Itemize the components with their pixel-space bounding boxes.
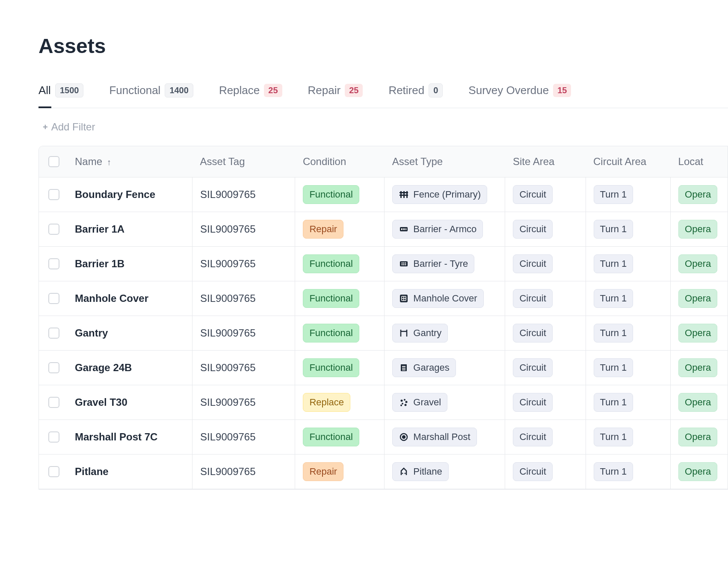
asset-type-chip[interactable]: Fence (Primary) <box>392 185 487 204</box>
location-chip[interactable]: Opera <box>678 220 717 239</box>
circuit-area-chip[interactable]: Turn 1 <box>594 393 633 412</box>
site-area-chip[interactable]: Circuit <box>513 289 552 308</box>
condition-badge: Replace <box>303 393 350 412</box>
row-checkbox[interactable] <box>48 189 59 200</box>
gantry-icon <box>399 328 409 338</box>
site-area-header[interactable]: Site Area <box>505 146 586 177</box>
asset-type-chip[interactable]: Gravel <box>392 393 447 412</box>
asset-type-label: Barrier - Tyre <box>413 258 468 269</box>
location-chip[interactable]: Opera <box>678 393 717 412</box>
plus-icon: + <box>43 122 48 132</box>
site-area-chip[interactable]: Circuit <box>513 358 552 377</box>
row-asset-tag: SIL9009765 <box>192 247 295 281</box>
tab-label: Repair <box>308 84 341 97</box>
site-area-chip[interactable]: Circuit <box>513 324 552 343</box>
tab-functional[interactable]: Functional1400 <box>109 83 193 108</box>
location-chip[interactable]: Opera <box>678 358 717 377</box>
tab-retired[interactable]: Retired0 <box>388 83 443 108</box>
select-all-header <box>39 146 67 177</box>
svg-point-15 <box>405 264 406 266</box>
circuit-area-chip[interactable]: Turn 1 <box>594 358 633 377</box>
row-checkbox[interactable] <box>48 466 59 477</box>
site-area-chip[interactable]: Circuit <box>513 254 552 273</box>
site-area-chip[interactable]: Circuit <box>513 462 552 481</box>
location-chip[interactable]: Opera <box>678 185 717 204</box>
site-area-chip[interactable]: Circuit <box>513 428 552 446</box>
tab-label: All <box>38 84 51 97</box>
circuit-area-chip[interactable]: Turn 1 <box>594 220 633 239</box>
circuit-area-chip[interactable]: Turn 1 <box>594 289 633 308</box>
asset-type-chip[interactable]: Barrier - Armco <box>392 220 483 239</box>
tab-all[interactable]: All1500 <box>38 83 83 108</box>
asset-type-label: Gantry <box>413 328 441 339</box>
tab-replace[interactable]: Replace25 <box>219 84 282 107</box>
circuit-area-chip[interactable]: Turn 1 <box>594 428 633 446</box>
location-chip[interactable]: Opera <box>678 462 717 481</box>
svg-point-10 <box>402 263 403 264</box>
table-row[interactable]: Barrier 1ASIL9009765RepairBarrier - Armc… <box>39 212 728 247</box>
asset-type-header[interactable]: Asset Type <box>385 146 505 177</box>
tab-survey-overdue[interactable]: Survey Overdue15 <box>468 84 571 107</box>
table-row[interactable]: Barrier 1BSIL9009765FunctionalBarrier - … <box>39 247 728 281</box>
asset-tag-header[interactable]: Asset Tag <box>192 146 295 177</box>
row-name: Pitlane <box>67 455 192 489</box>
condition-badge: Repair <box>303 462 343 481</box>
table-row[interactable]: Manhole CoverSIL9009765FunctionalManhole… <box>39 281 728 316</box>
site-area-chip[interactable]: Circuit <box>513 185 552 204</box>
circuit-area-chip[interactable]: Turn 1 <box>594 185 633 204</box>
table-row[interactable]: Gravel T30SIL9009765ReplaceGravelCircuit… <box>39 385 728 420</box>
name-header[interactable]: Name ↑ <box>67 146 192 177</box>
svg-point-14 <box>403 264 405 266</box>
asset-type-label: Garages <box>413 362 449 373</box>
add-filter-button[interactable]: + Add Filter <box>43 121 95 133</box>
circuit-area-header[interactable]: Circuit Area <box>586 146 671 177</box>
svg-rect-8 <box>405 228 406 230</box>
site-area-chip[interactable]: Circuit <box>513 220 552 239</box>
asset-type-chip[interactable]: Pitlane <box>392 462 448 481</box>
svg-point-33 <box>402 403 403 405</box>
svg-point-11 <box>403 263 405 264</box>
circuit-area-chip[interactable]: Turn 1 <box>594 462 633 481</box>
row-checkbox[interactable] <box>48 397 59 408</box>
add-filter-label: Add Filter <box>51 121 95 133</box>
row-checkbox[interactable] <box>48 328 59 339</box>
tab-count: 15 <box>553 84 571 97</box>
row-checkbox[interactable] <box>48 224 59 235</box>
row-checkbox[interactable] <box>48 362 59 373</box>
row-name: Boundary Fence <box>67 177 192 212</box>
location-chip[interactable]: Opera <box>678 428 717 446</box>
table-row[interactable]: Garage 24BSIL9009765FunctionalGaragesCir… <box>39 351 728 385</box>
location-chip[interactable]: Opera <box>678 324 717 343</box>
tab-repair[interactable]: Repair25 <box>308 84 363 107</box>
tab-label: Retired <box>388 84 424 97</box>
page-title: Assets <box>38 34 728 58</box>
condition-header[interactable]: Condition <box>295 146 385 177</box>
location-chip[interactable]: Opera <box>678 289 717 308</box>
name-header-label: Name <box>75 156 102 167</box>
condition-badge: Functional <box>303 289 359 308</box>
circuit-area-chip[interactable]: Turn 1 <box>594 254 633 273</box>
location-header[interactable]: Locat <box>671 146 728 177</box>
svg-point-32 <box>405 401 408 403</box>
table-row[interactable]: Marshall Post 7CSIL9009765FunctionalMars… <box>39 420 728 455</box>
assets-table: Name ↑ Asset Tag Condition Asset Type Si… <box>39 146 728 489</box>
select-all-checkbox[interactable] <box>48 156 59 167</box>
location-chip[interactable]: Opera <box>678 254 717 273</box>
site-area-chip[interactable]: Circuit <box>513 393 552 412</box>
asset-type-chip[interactable]: Gantry <box>392 324 448 343</box>
row-checkbox[interactable] <box>48 258 59 269</box>
row-checkbox[interactable] <box>48 431 59 443</box>
svg-point-31 <box>404 399 405 401</box>
asset-type-chip[interactable]: Barrier - Tyre <box>392 254 474 273</box>
asset-type-chip[interactable]: Marshall Post <box>392 428 476 446</box>
table-row[interactable]: Boundary FenceSIL9009765FunctionalFence … <box>39 177 728 212</box>
row-checkbox[interactable] <box>48 293 59 304</box>
svg-rect-6 <box>401 228 402 230</box>
asset-type-chip[interactable]: Garages <box>392 358 456 377</box>
sort-asc-icon: ↑ <box>107 157 111 167</box>
asset-type-chip[interactable]: Manhole Cover <box>392 289 483 308</box>
circuit-area-chip[interactable]: Turn 1 <box>594 324 633 343</box>
svg-rect-27 <box>402 366 405 367</box>
table-row[interactable]: PitlaneSIL9009765RepairPitlaneCircuitTur… <box>39 455 728 489</box>
table-row[interactable]: GantrySIL9009765FunctionalGantryCircuitT… <box>39 316 728 351</box>
